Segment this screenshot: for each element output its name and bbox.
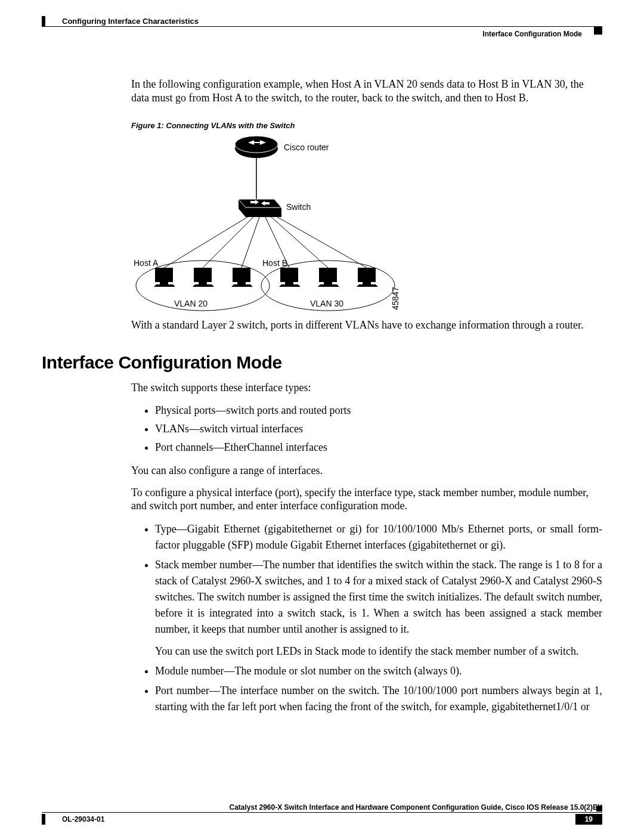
- host-a-label: Host A: [134, 258, 159, 268]
- list-item: Physical ports—switch ports and routed p…: [155, 402, 602, 419]
- host-b-label: Host B: [262, 258, 287, 268]
- figure-diagram: Cisco router Switch: [131, 134, 405, 312]
- svg-line-4: [203, 217, 253, 268]
- footer-rule: [42, 812, 602, 813]
- paragraph-types-intro: The switch supports these interface type…: [131, 381, 602, 395]
- page-content: In the following configuration example, …: [42, 78, 602, 723]
- chapter-title: Configuring Interface Characteristics: [62, 17, 199, 26]
- configure-params-list: Type—Gigabit Ethernet (gigabitethernet o…: [143, 521, 602, 715]
- interface-type-list: Physical ports—switch ports and routed p…: [143, 402, 602, 456]
- figure-caption: Figure 1: Connecting VLANs with the Swit…: [131, 121, 602, 130]
- book-title: Catalyst 2960-X Switch Interface and Har…: [230, 803, 603, 812]
- list-item: Port number—The interface number on the …: [155, 683, 602, 715]
- svg-line-5: [242, 217, 259, 268]
- intro-paragraph: In the following configuration example, …: [131, 78, 602, 104]
- list-item: VLANs—switch virtual interfaces: [155, 421, 602, 437]
- section-title: Interface Configuration Mode: [482, 30, 582, 38]
- vlan30-label: VLAN 30: [310, 299, 343, 308]
- header-rule: [42, 26, 602, 27]
- paragraph-range: You can also configure a range of interf…: [131, 464, 602, 478]
- svg-rect-26: [324, 282, 332, 284]
- svg-rect-25: [321, 270, 335, 278]
- svg-line-3: [164, 217, 247, 268]
- svg-rect-17: [199, 282, 207, 284]
- section-heading: Interface Configuration Mode: [42, 352, 602, 373]
- vlan20-label: VLAN 20: [174, 299, 208, 308]
- svg-rect-28: [360, 270, 374, 278]
- header-square: [594, 26, 602, 35]
- list-item: Stack member number—The number that iden…: [155, 557, 602, 659]
- list-item: Type—Gigabit Ethernet (gigabitethernet o…: [155, 521, 602, 553]
- svg-point-1: [235, 136, 278, 153]
- post-figure-paragraph: With a standard Layer 2 switch, ports in…: [131, 318, 602, 332]
- footer-vbar: [42, 814, 45, 825]
- svg-rect-19: [234, 270, 249, 278]
- page-number: 19: [575, 814, 602, 825]
- svg-rect-20: [237, 282, 246, 284]
- list-item: Port channels—EtherChannel interfaces: [155, 439, 602, 456]
- router-label: Cisco router: [284, 143, 329, 152]
- svg-rect-29: [363, 282, 371, 284]
- switch-icon: [239, 199, 281, 217]
- header-vbar: [42, 16, 45, 27]
- switch-label: Switch: [286, 202, 311, 212]
- svg-rect-14: [160, 282, 168, 284]
- page: Configuring Interface Characteristics In…: [0, 0, 644, 833]
- svg-line-8: [277, 217, 367, 268]
- figure-id: 45847: [391, 287, 400, 310]
- svg-rect-23: [285, 282, 293, 284]
- svg-rect-22: [282, 270, 296, 278]
- list-item: Module number—The module or slot number …: [155, 663, 602, 679]
- paragraph-configure: To configure a physical interface (port)…: [131, 486, 602, 513]
- document-id: OL-29034-01: [62, 815, 104, 823]
- svg-rect-13: [157, 270, 171, 278]
- svg-rect-16: [196, 270, 210, 278]
